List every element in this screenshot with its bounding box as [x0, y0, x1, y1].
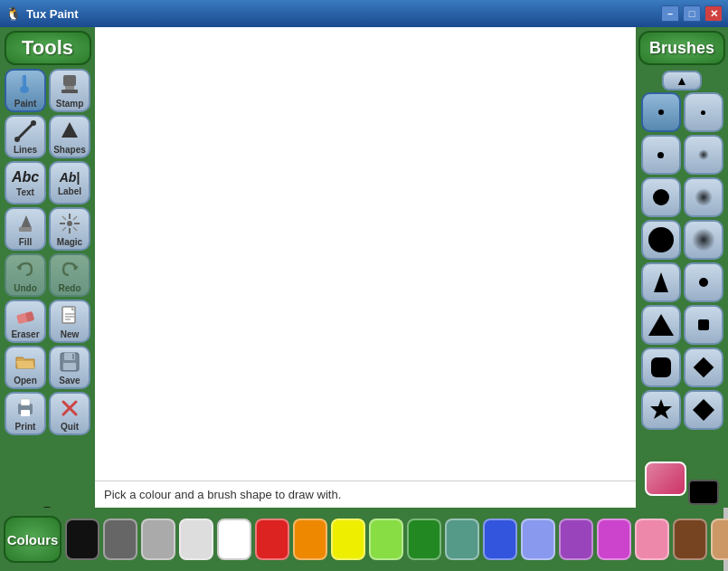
color-white[interactable] — [217, 519, 251, 560]
tool-save[interactable]: Save — [49, 346, 90, 389]
brush-blur-md[interactable] — [684, 177, 723, 217]
svg-point-7 — [14, 137, 20, 142]
brush-rounded-sq[interactable] — [641, 347, 681, 387]
status-bar: Pick a colour and a brush shape to draw … — [95, 481, 636, 508]
open-icon — [14, 350, 37, 374]
color-tan[interactable] — [711, 519, 728, 560]
brush-dot-tiny-right[interactable] — [684, 92, 723, 132]
color-gray[interactable] — [141, 519, 175, 560]
app-title: Tux Paint — [26, 7, 79, 21]
color-lightblue[interactable] — [521, 519, 555, 560]
brush-star[interactable] — [641, 390, 681, 430]
brush-scroll-up[interactable]: ▲ — [662, 71, 702, 90]
brush-dot-sm-right[interactable] — [684, 135, 723, 175]
svg-rect-35 — [21, 399, 30, 405]
brush-row-6 — [640, 305, 723, 345]
brush-dot-xl[interactable] — [684, 262, 723, 302]
colours-header: Colours — [4, 516, 61, 563]
brush-shape-dot-lg — [648, 227, 674, 252]
tools-grid: Paint Stamp Lines — [2, 69, 93, 435]
tool-lines[interactable]: Lines — [5, 115, 46, 158]
brush-dot-tiny-left[interactable] — [641, 92, 681, 132]
minimize-button[interactable]: – — [661, 5, 679, 22]
left-toolbar: Tools Paint Stamp — [0, 27, 95, 571]
color-lightgreen[interactable] — [369, 519, 403, 560]
tool-paint[interactable]: Paint — [5, 69, 46, 112]
tool-redo[interactable]: Redo — [49, 253, 90, 297]
magic-label: Magic — [57, 237, 82, 247]
magic-icon — [58, 212, 81, 235]
svg-marker-52 — [693, 399, 714, 421]
label-label: Label — [58, 186, 81, 196]
lines-icon — [14, 119, 37, 143]
svg-rect-31 — [72, 354, 74, 359]
brush-row-5 — [640, 262, 723, 302]
stamp-icon — [58, 73, 81, 97]
brush-shape-blur-sm — [698, 149, 709, 160]
undo-label: Undo — [14, 283, 37, 293]
eraser-label: Eraser — [11, 329, 39, 339]
brush-triangle[interactable] — [641, 305, 681, 345]
color-lightgray[interactable] — [179, 519, 213, 560]
brush-diamond[interactable] — [684, 347, 723, 387]
tool-new[interactable]: New — [49, 300, 90, 343]
tool-undo[interactable]: Undo — [5, 253, 46, 297]
brush-dot-lg[interactable] — [641, 220, 681, 260]
brush-shape-dot-tiny — [658, 109, 664, 115]
tool-quit[interactable]: Quit — [49, 392, 90, 435]
svg-line-17 — [73, 216, 77, 220]
brush-round-sq[interactable] — [684, 305, 723, 345]
color-darkgray[interactable] — [103, 519, 137, 560]
svg-line-15 — [62, 216, 66, 220]
fill-icon — [14, 212, 37, 235]
color-red[interactable] — [255, 519, 289, 560]
paint-label: Paint — [14, 99, 36, 109]
brush-dot-sm-left[interactable] — [641, 135, 681, 175]
svg-marker-9 — [61, 122, 78, 138]
status-message: Pick a colour and a brush shape to draw … — [104, 488, 341, 501]
color-black[interactable] — [65, 519, 99, 560]
tool-open[interactable]: Open — [5, 346, 46, 389]
label-icon: Ab| — [60, 170, 80, 185]
color-blue[interactable] — [483, 519, 517, 560]
tool-print[interactable]: Print — [5, 392, 46, 435]
brush-dot-md-left[interactable] — [641, 177, 681, 217]
eraser-icon — [14, 304, 37, 328]
bg-color-swatch[interactable] — [688, 480, 719, 505]
tool-shapes[interactable]: Shapes — [49, 115, 90, 158]
color-teal[interactable] — [445, 519, 479, 560]
color-pink[interactable] — [635, 519, 669, 560]
fg-color-swatch[interactable] — [645, 462, 686, 496]
redo-icon — [58, 258, 81, 281]
color-magenta[interactable] — [597, 519, 631, 560]
titlebar-controls: – □ ✕ — [661, 5, 723, 22]
brush-shape-dot-md — [653, 189, 669, 205]
quit-label: Quit — [61, 422, 79, 432]
new-label: New — [61, 329, 80, 339]
quit-icon — [58, 396, 81, 420]
tool-text[interactable]: Abc Text — [5, 161, 46, 205]
print-label: Print — [15, 422, 36, 432]
color-orange[interactable] — [293, 519, 327, 560]
tool-fill[interactable]: Fill — [5, 207, 46, 251]
canvas-area[interactable] — [95, 27, 636, 508]
brush-blur-lg[interactable] — [684, 220, 723, 260]
titlebar-left: 🐧 Tux Paint — [5, 6, 79, 21]
tool-label[interactable]: Ab| Label — [49, 161, 90, 205]
color-brown[interactable] — [673, 519, 707, 560]
color-green[interactable] — [407, 519, 441, 560]
tool-eraser[interactable]: Eraser — [5, 300, 46, 343]
svg-point-19 — [67, 221, 72, 226]
brush-arrow-up[interactable] — [641, 262, 681, 302]
tool-magic[interactable]: Magic — [49, 207, 90, 251]
maximize-button[interactable]: □ — [683, 5, 701, 22]
color-purple[interactable] — [559, 519, 593, 560]
close-button[interactable]: ✕ — [704, 5, 723, 22]
svg-rect-2 — [21, 77, 24, 86]
color-yellow[interactable] — [331, 519, 365, 560]
tool-stamp[interactable]: Stamp — [49, 69, 90, 112]
save-label: Save — [59, 376, 80, 385]
selected-colors-panel — [636, 458, 728, 508]
brush-diamond2[interactable] — [684, 390, 723, 430]
svg-rect-5 — [61, 90, 78, 93]
